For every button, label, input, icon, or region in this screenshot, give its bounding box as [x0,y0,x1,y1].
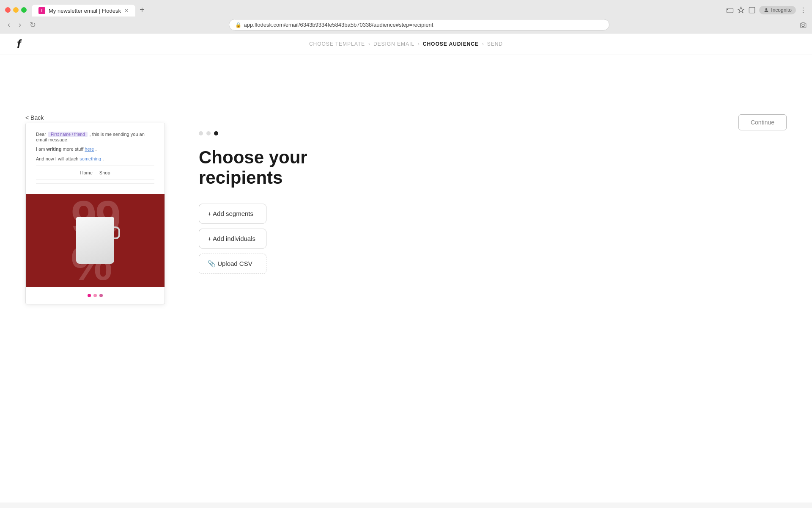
incognito-icon [763,7,769,13]
nav-step-choose-template[interactable]: CHOOSE TEMPLATE [309,41,365,47]
dot-maximize[interactable] [21,7,27,13]
dot-close[interactable] [5,7,11,13]
preview-image-block: 99% [26,194,165,287]
incognito-badge: Incognito [759,6,796,14]
app-logo[interactable]: f [17,37,21,51]
dot-indicator-3 [99,294,103,297]
dot-indicator-2 [93,294,97,297]
page-controls: < Back Continue [0,55,812,80]
add-segments-button[interactable]: + Add segments [199,204,266,224]
svg-rect-0 [727,8,733,13]
preview-header: Dear First name / friend , this is me se… [26,123,165,194]
carousel-dot-2 [206,131,211,135]
browser-title-bar: f My newsletter email | Flodesk ✕ + Inco… [0,0,812,17]
right-panel: Choose your recipients + Add segments + … [199,97,787,304]
menu-icon[interactable] [799,6,807,14]
nav-step-choose-audience[interactable]: CHOOSE AUDIENCE [423,41,479,47]
carousel-dot-3 [214,131,218,135]
star-icon[interactable] [737,6,745,14]
preview-tag: First name / friend [48,132,88,137]
nav-step-send[interactable]: SEND [487,41,503,47]
svg-point-5 [803,12,804,13]
preview-divider [36,183,154,184]
tab-title: My newsletter email | Flodesk [49,8,121,14]
back-button[interactable]: ‹ [5,19,13,30]
tab-favicon: f [38,7,45,14]
active-tab[interactable]: f My newsletter email | Flodesk ✕ [32,5,135,17]
lock-icon: 🔒 [235,22,241,28]
refresh-button[interactable]: ↻ [27,19,38,30]
url-text: app.flodesk.com/email/6343b9334fe5843ba5… [244,22,433,28]
cast-icon [726,6,734,14]
svg-point-3 [803,7,804,8]
preview-card: Dear First name / friend , this is me se… [25,123,165,304]
app-container: f CHOOSE TEMPLATE › DESIGN EMAIL › CHOOS… [0,33,812,502]
nav-sep-3: › [482,41,484,47]
tab-close-btn[interactable]: ✕ [124,8,129,14]
toolbar-right [799,21,807,29]
section-title: Choose your recipients [199,147,787,188]
app-nav: f CHOOSE TEMPLATE › DESIGN EMAIL › CHOOS… [0,33,812,55]
upload-csv-button[interactable]: 📎 Upload CSV [199,254,266,274]
svg-point-6 [802,24,804,26]
browser-chrome: f My newsletter email | Flodesk ✕ + Inco… [0,0,812,33]
carousel-dot-1 [199,131,203,135]
preview-footer [26,287,165,304]
continue-button[interactable]: Continue [738,114,787,130]
browser-toolbar: ‹ › ↻ 🔒 app.flodesk.com/email/6343b9334f… [0,17,812,33]
add-individuals-button[interactable]: + Add individuals [199,229,266,248]
nav-sep-2: › [418,41,420,47]
page-content: Dear First name / friend , this is me se… [0,80,812,304]
action-buttons: + Add segments + Add individuals 📎 Uploa… [199,204,787,274]
svg-point-4 [803,9,804,10]
preview-body-line3: And now I will attach something . [36,155,154,163]
back-nav-button[interactable]: < Back [25,114,44,121]
dot-minimize[interactable] [13,7,19,13]
tab-bar: f My newsletter email | Flodesk ✕ + [32,3,723,17]
preview-body-line2: I am writing more stuff here . [36,146,154,153]
carousel-dots [199,131,787,135]
browser-dots [5,7,27,13]
svg-point-2 [765,8,768,10]
preview-nav: Home Shop [36,166,154,180]
dot-indicator-1 [88,294,91,297]
email-preview: Dear First name / friend , this is me se… [25,123,165,304]
nav-steps: CHOOSE TEMPLATE › DESIGN EMAIL › CHOOSE … [309,41,503,47]
address-bar[interactable]: 🔒 app.flodesk.com/email/6343b9334fe5843b… [229,19,609,30]
preview-salutation: Dear First name / friend , this is me se… [36,132,154,142]
svg-rect-1 [749,7,755,13]
preview-link-here: here [85,146,94,152]
window-icon[interactable] [748,6,756,14]
forward-button[interactable]: › [16,19,24,30]
new-tab-button[interactable]: + [136,3,148,17]
camera-icon[interactable] [799,21,807,29]
nav-step-design-email[interactable]: DESIGN EMAIL [373,41,414,47]
nav-sep-1: › [368,41,370,47]
preview-link-something: something [80,156,101,161]
